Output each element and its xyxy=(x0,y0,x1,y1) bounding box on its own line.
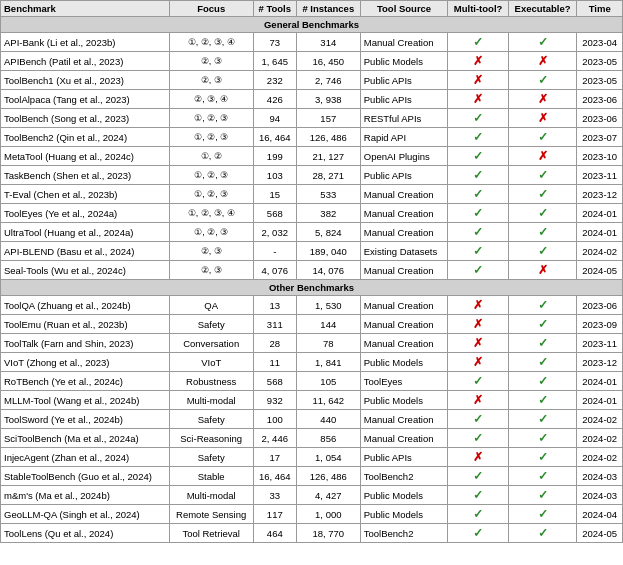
check-icon: ✓ xyxy=(538,73,548,87)
instances-count: 189, 040 xyxy=(296,242,360,261)
cross-icon: ✗ xyxy=(473,317,483,331)
table-row: API-BLEND (Basu et al., 2024) ②, ③ - 189… xyxy=(1,242,623,261)
benchmark-name: T-Eval (Chen et al., 2023b) xyxy=(1,185,170,204)
check-icon: ✓ xyxy=(538,225,548,239)
benchmark-name: APIBench (Patil et al., 2023) xyxy=(1,52,170,71)
col-time: Time xyxy=(577,1,623,17)
tool-source: Manual Creation xyxy=(360,33,448,52)
tools-count: - xyxy=(253,242,296,261)
col-benchmark: Benchmark xyxy=(1,1,170,17)
check-icon: ✓ xyxy=(473,206,483,220)
check-icon: ✓ xyxy=(538,374,548,388)
benchmark-name: ToolEyes (Ye et al., 2024a) xyxy=(1,204,170,223)
focus-value: ②, ③ xyxy=(169,261,253,280)
tools-count: 199 xyxy=(253,147,296,166)
tools-count: 311 xyxy=(253,315,296,334)
time-value: 2023-06 xyxy=(577,296,623,315)
time-value: 2023-11 xyxy=(577,334,623,353)
tools-count: 13 xyxy=(253,296,296,315)
benchmarks-table: Benchmark Focus # Tools # Instances Tool… xyxy=(0,0,623,543)
focus-value: ①, ②, ③ xyxy=(169,128,253,147)
check-icon: ✓ xyxy=(473,374,483,388)
focus-value: ②, ③ xyxy=(169,242,253,261)
check-icon: ✓ xyxy=(538,488,548,502)
benchmark-name: ToolSword (Ye et al., 2024b) xyxy=(1,410,170,429)
tools-count: 2, 446 xyxy=(253,429,296,448)
focus-value: ①, ②, ③ xyxy=(169,166,253,185)
check-icon: ✓ xyxy=(538,526,548,540)
table-row: StableToolBench (Guo et al., 2024) Stabl… xyxy=(1,467,623,486)
tool-source: ToolBench2 xyxy=(360,467,448,486)
tool-source: Manual Creation xyxy=(360,223,448,242)
multi-tool-status: ✗ xyxy=(448,448,508,467)
focus-value: ①, ② xyxy=(169,147,253,166)
tools-count: 232 xyxy=(253,71,296,90)
tool-source: Public APIs xyxy=(360,90,448,109)
tool-source: Public APIs xyxy=(360,71,448,90)
instances-count: 18, 770 xyxy=(296,524,360,543)
table-row: ToolTalk (Farn and Shin, 2023) Conversat… xyxy=(1,334,623,353)
table-row: ToolBench2 (Qin et al., 2024) ①, ②, ③ 16… xyxy=(1,128,623,147)
executable-status: ✓ xyxy=(508,429,577,448)
time-value: 2023-04 xyxy=(577,33,623,52)
instances-count: 1, 054 xyxy=(296,448,360,467)
time-value: 2023-06 xyxy=(577,90,623,109)
tool-source: Manual Creation xyxy=(360,410,448,429)
tools-count: 73 xyxy=(253,33,296,52)
tools-count: 11 xyxy=(253,353,296,372)
benchmark-name: GeoLLM-QA (Singh et al., 2024) xyxy=(1,505,170,524)
check-icon: ✓ xyxy=(538,168,548,182)
benchmark-name: Seal-Tools (Wu et al., 2024c) xyxy=(1,261,170,280)
time-value: 2024-03 xyxy=(577,467,623,486)
check-icon: ✓ xyxy=(538,450,548,464)
benchmark-name: MetaTool (Huang et al., 2024c) xyxy=(1,147,170,166)
cross-icon: ✗ xyxy=(538,263,548,277)
instances-count: 11, 642 xyxy=(296,391,360,410)
cross-icon: ✗ xyxy=(473,298,483,312)
instances-count: 21, 127 xyxy=(296,147,360,166)
executable-status: ✓ xyxy=(508,391,577,410)
executable-status: ✓ xyxy=(508,128,577,147)
executable-status: ✓ xyxy=(508,467,577,486)
tool-source: Public Models xyxy=(360,486,448,505)
check-icon: ✓ xyxy=(473,111,483,125)
tools-count: 426 xyxy=(253,90,296,109)
check-icon: ✓ xyxy=(473,168,483,182)
table-row: MetaTool (Huang et al., 2024c) ①, ② 199 … xyxy=(1,147,623,166)
tools-count: 94 xyxy=(253,109,296,128)
col-instances: # Instances xyxy=(296,1,360,17)
time-value: 2023-07 xyxy=(577,128,623,147)
cross-icon: ✗ xyxy=(538,149,548,163)
cross-icon: ✗ xyxy=(473,336,483,350)
table-row: ToolLens (Qu et al., 2024) Tool Retrieva… xyxy=(1,524,623,543)
focus-value: ①, ②, ③ xyxy=(169,185,253,204)
check-icon: ✓ xyxy=(473,149,483,163)
cross-icon: ✗ xyxy=(473,355,483,369)
benchmark-name: ToolAlpaca (Tang et al., 2023) xyxy=(1,90,170,109)
check-icon: ✓ xyxy=(473,488,483,502)
check-icon: ✓ xyxy=(538,206,548,220)
multi-tool-status: ✓ xyxy=(448,429,508,448)
tool-source: Manual Creation xyxy=(360,185,448,204)
time-value: 2023-12 xyxy=(577,185,623,204)
multi-tool-status: ✓ xyxy=(448,505,508,524)
benchmark-name: ToolBench1 (Xu et al., 2023) xyxy=(1,71,170,90)
time-value: 2024-05 xyxy=(577,261,623,280)
instances-count: 1, 000 xyxy=(296,505,360,524)
executable-status: ✓ xyxy=(508,185,577,204)
focus-value: Safety xyxy=(169,448,253,467)
executable-status: ✗ xyxy=(508,52,577,71)
time-value: 2024-02 xyxy=(577,242,623,261)
time-value: 2024-01 xyxy=(577,372,623,391)
instances-count: 533 xyxy=(296,185,360,204)
tool-source: Public Models xyxy=(360,391,448,410)
time-value: 2024-03 xyxy=(577,486,623,505)
tool-source: Public Models xyxy=(360,353,448,372)
check-icon: ✓ xyxy=(538,469,548,483)
focus-value: ②, ③ xyxy=(169,71,253,90)
focus-value: Stable xyxy=(169,467,253,486)
tools-count: 16, 464 xyxy=(253,128,296,147)
instances-count: 1, 530 xyxy=(296,296,360,315)
executable-status: ✓ xyxy=(508,524,577,543)
table-row: GeoLLM-QA (Singh et al., 2024) Remote Se… xyxy=(1,505,623,524)
